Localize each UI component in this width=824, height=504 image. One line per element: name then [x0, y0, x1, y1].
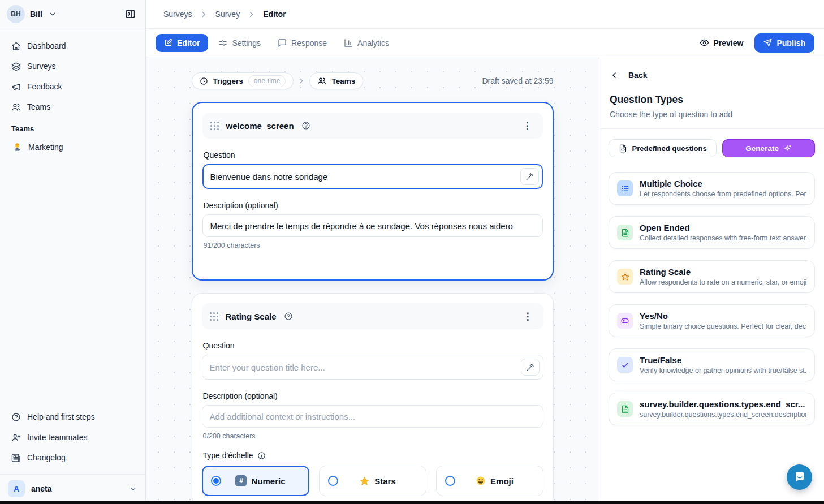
question-type-description: Collect detailed responses with free-for…: [640, 234, 806, 242]
tab-settings[interactable]: Settings: [212, 34, 268, 52]
rating-description-input[interactable]: [202, 405, 543, 428]
magic-wand-icon: [525, 173, 534, 181]
scale-option-emoji[interactable]: Emoji: [436, 466, 543, 496]
users-icon: [11, 102, 21, 112]
question-type-name: Rating Scale: [640, 267, 806, 277]
question-type-multiple-choice[interactable]: Multiple Choice Let respondents choose f…: [609, 172, 815, 205]
publish-label: Publish: [776, 38, 805, 48]
tab-analytics[interactable]: Analytics: [337, 34, 396, 52]
send-icon: [763, 38, 772, 47]
question-card-welcome-screen[interactable]: welcome_screen ⋮ Question: [192, 102, 554, 281]
toolbar-actions: Preview Publish: [700, 33, 815, 53]
publish-button[interactable]: Publish: [754, 33, 814, 53]
sidebar-item-invite[interactable]: Invite teammates: [7, 428, 139, 447]
drag-handle-icon[interactable]: [210, 312, 218, 321]
tab-label: Settings: [232, 38, 261, 48]
info-icon[interactable]: [257, 451, 266, 460]
question-type-end-screen[interactable]: survey.builder.questions.types.end_scr..…: [609, 393, 815, 425]
back-button[interactable]: Back: [609, 71, 815, 80]
file-code-icon: [619, 144, 627, 153]
question-type-yes-no[interactable]: Yes/No Simple binary choice questions. P…: [609, 304, 815, 337]
sidebar-item-surveys[interactable]: Surveys: [7, 57, 139, 76]
welcome-question-input[interactable]: [202, 164, 543, 189]
scale-option-stars[interactable]: Stars: [319, 466, 426, 496]
drag-handle-icon[interactable]: [210, 122, 219, 130]
sidebar-item-team-marketing[interactable]: Marketing: [7, 137, 139, 157]
question-type-open-ended[interactable]: Open Ended Collect detailed responses wi…: [609, 216, 815, 249]
generate-label: Generate: [745, 144, 779, 153]
list-icon: [617, 180, 633, 196]
divider: [599, 128, 824, 129]
sidebar-item-teams[interactable]: Teams: [7, 97, 139, 117]
account-name: aneta: [31, 484, 52, 493]
char-count: 0/200 characters: [203, 432, 542, 440]
card-menu-button[interactable]: ⋮: [520, 309, 536, 324]
chevron-right-icon: [200, 10, 208, 19]
tab-label: Analytics: [357, 38, 389, 48]
triggers-chip[interactable]: Triggers one-time: [192, 72, 294, 89]
description-field-label: Description (optional): [203, 391, 542, 400]
tab-editor[interactable]: Editor: [156, 34, 208, 52]
sidebar-footer: Help and first steps Invite teammates Ch…: [0, 403, 145, 469]
question-type-name: survey.builder.questions.types.end_scr..…: [640, 399, 806, 409]
question-card-rating-scale[interactable]: Rating Scale ⋮ Question: [192, 293, 554, 504]
predefined-questions-label: Predefined questions: [632, 144, 707, 153]
scale-option-numeric[interactable]: # Numeric: [202, 466, 309, 496]
welcome-description-input[interactable]: [202, 214, 543, 237]
question-type-name: Open Ended: [640, 223, 806, 232]
workspace-switcher[interactable]: BH Bill: [0, 0, 145, 28]
help-circle-icon[interactable]: [301, 121, 310, 130]
question-card-header[interactable]: welcome_screen ⋮: [202, 113, 543, 139]
radio-checked-icon[interactable]: [211, 476, 221, 486]
generate-button[interactable]: Generate: [722, 139, 815, 157]
newspaper-icon: [11, 453, 21, 463]
help-circle-icon[interactable]: [284, 312, 293, 321]
rating-question-input[interactable]: [202, 355, 543, 380]
predefined-questions-button[interactable]: Predefined questions: [609, 139, 717, 157]
number-keycap-icon: #: [235, 475, 247, 486]
question-type-true-false[interactable]: True/False Verify knowledge or gather op…: [609, 348, 815, 381]
radio-unchecked-icon[interactable]: [328, 476, 338, 486]
toggle-icon: [617, 313, 633, 329]
card-menu-button[interactable]: ⋮: [520, 119, 535, 133]
question-type-description: Simple binary choice questions. Perfect …: [640, 322, 806, 330]
preview-button[interactable]: Preview: [700, 38, 744, 48]
question-card-title: welcome_screen: [226, 121, 294, 131]
sidebar-item-label: Feedback: [27, 82, 62, 91]
teams-chip-label: Teams: [331, 77, 355, 85]
app-root: BH Bill Dashboard Surv: [0, 0, 824, 504]
question-type-rating-scale[interactable]: Rating Scale Allow respondents to rate o…: [609, 260, 815, 293]
chat-widget-button[interactable]: [787, 464, 812, 490]
ai-wand-button[interactable]: [521, 359, 540, 376]
back-label: Back: [628, 71, 647, 80]
smiley-emoji-icon: [476, 476, 486, 486]
ai-wand-button[interactable]: [520, 168, 539, 185]
triggers-chip-label: Triggers: [213, 77, 243, 85]
question-field-label: Question: [204, 150, 542, 160]
account-switcher[interactable]: A aneta: [0, 474, 145, 504]
sidebar-item-dashboard[interactable]: Dashboard: [7, 36, 139, 55]
sidebar-nav: Dashboard Surveys Feedback Teams: [0, 28, 145, 157]
breadcrumb-editor: Editor: [263, 10, 286, 19]
breadcrumb-surveys[interactable]: Surveys: [163, 10, 192, 19]
sidebar-item-feedback[interactable]: Feedback: [7, 77, 139, 96]
sidebar-item-changelog[interactable]: Changelog: [7, 448, 139, 467]
sidebar-collapse-button[interactable]: [122, 6, 139, 23]
sparkles-icon: [783, 144, 792, 153]
tab-response[interactable]: Response: [271, 34, 334, 52]
chevron-down-icon: [129, 485, 137, 493]
sidebar-item-label: Dashboard: [27, 41, 66, 50]
sidebar-item-label: Teams: [27, 102, 50, 111]
teams-chip[interactable]: Teams: [309, 72, 363, 89]
scale-type-label: Type d'échelle: [203, 451, 253, 460]
sidebar-item-help[interactable]: Help and first steps: [7, 407, 139, 427]
main-area: Surveys Survey Editor Editor: [146, 0, 824, 504]
one-time-badge: one-time: [248, 75, 286, 87]
breadcrumb-survey[interactable]: Survey: [215, 10, 240, 19]
star-icon: [617, 269, 633, 285]
sidebar-item-label: Changelog: [27, 453, 66, 462]
star-emoji-icon: [359, 476, 370, 486]
scale-type-options: # Numeric Stars: [202, 466, 543, 496]
question-card-header[interactable]: Rating Scale ⋮: [202, 303, 543, 329]
radio-unchecked-icon[interactable]: [445, 476, 455, 486]
